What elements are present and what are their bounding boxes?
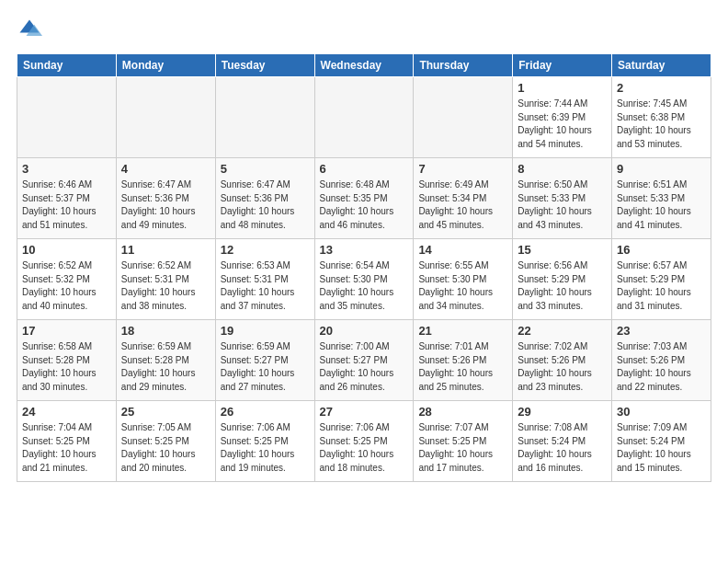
calendar-cell: 9Sunrise: 6:51 AMSunset: 5:33 PMDaylight… <box>612 158 711 239</box>
day-number: 13 <box>320 243 409 257</box>
calendar-cell: 14Sunrise: 6:55 AMSunset: 5:30 PMDayligh… <box>414 239 513 320</box>
weekday-header: Saturday <box>612 54 711 77</box>
calendar-cell: 15Sunrise: 6:56 AMSunset: 5:29 PMDayligh… <box>513 239 612 320</box>
day-info: Sunrise: 6:59 AMSunset: 5:27 PMDaylight:… <box>221 340 310 394</box>
day-number: 2 <box>617 81 706 95</box>
calendar-cell <box>116 77 215 158</box>
day-number: 29 <box>518 405 607 419</box>
day-number: 4 <box>121 162 210 176</box>
calendar-cell: 22Sunrise: 7:02 AMSunset: 5:26 PMDayligh… <box>513 320 612 401</box>
day-number: 10 <box>22 243 111 257</box>
day-number: 17 <box>22 324 111 338</box>
calendar-cell <box>215 77 314 158</box>
calendar-cell: 13Sunrise: 6:54 AMSunset: 5:30 PMDayligh… <box>314 239 414 320</box>
calendar-cell <box>414 77 513 158</box>
day-number: 16 <box>617 243 706 257</box>
weekday-header: Friday <box>513 54 612 77</box>
calendar-cell: 19Sunrise: 6:59 AMSunset: 5:27 PMDayligh… <box>215 320 314 401</box>
day-info: Sunrise: 6:47 AMSunset: 5:36 PMDaylight:… <box>221 178 310 232</box>
day-info: Sunrise: 6:56 AMSunset: 5:29 PMDaylight:… <box>518 259 607 313</box>
day-number: 11 <box>121 243 210 257</box>
day-number: 8 <box>518 162 607 176</box>
calendar-week-row: 10Sunrise: 6:52 AMSunset: 5:32 PMDayligh… <box>17 239 711 320</box>
page: SundayMondayTuesdayWednesdayThursdayFrid… <box>0 0 728 491</box>
day-info: Sunrise: 6:47 AMSunset: 5:36 PMDaylight:… <box>121 178 210 232</box>
day-number: 6 <box>320 162 409 176</box>
day-info: Sunrise: 7:03 AMSunset: 5:26 PMDaylight:… <box>617 340 706 394</box>
logo <box>17 17 46 42</box>
calendar-cell: 1Sunrise: 7:44 AMSunset: 6:39 PMDaylight… <box>513 77 612 158</box>
calendar-cell: 17Sunrise: 6:58 AMSunset: 5:28 PMDayligh… <box>17 320 117 401</box>
day-number: 15 <box>518 243 607 257</box>
calendar-cell: 30Sunrise: 7:09 AMSunset: 5:24 PMDayligh… <box>612 401 711 482</box>
calendar-cell: 20Sunrise: 7:00 AMSunset: 5:27 PMDayligh… <box>314 320 414 401</box>
day-info: Sunrise: 6:49 AMSunset: 5:34 PMDaylight:… <box>418 178 507 232</box>
day-number: 24 <box>22 405 111 419</box>
weekday-header: Monday <box>116 54 215 77</box>
calendar-week-row: 24Sunrise: 7:04 AMSunset: 5:25 PMDayligh… <box>17 401 711 482</box>
calendar-week-row: 3Sunrise: 6:46 AMSunset: 5:37 PMDaylight… <box>17 158 711 239</box>
calendar-cell: 5Sunrise: 6:47 AMSunset: 5:36 PMDaylight… <box>215 158 314 239</box>
day-number: 5 <box>221 162 310 176</box>
weekday-header-row: SundayMondayTuesdayWednesdayThursdayFrid… <box>17 54 711 77</box>
weekday-header: Thursday <box>414 54 513 77</box>
calendar-cell: 6Sunrise: 6:48 AMSunset: 5:35 PMDaylight… <box>314 158 414 239</box>
day-number: 27 <box>320 405 409 419</box>
day-info: Sunrise: 6:54 AMSunset: 5:30 PMDaylight:… <box>320 259 409 313</box>
day-info: Sunrise: 7:00 AMSunset: 5:27 PMDaylight:… <box>320 340 409 394</box>
day-info: Sunrise: 7:09 AMSunset: 5:24 PMDaylight:… <box>617 421 706 475</box>
calendar-cell: 16Sunrise: 6:57 AMSunset: 5:29 PMDayligh… <box>612 239 711 320</box>
day-info: Sunrise: 7:45 AMSunset: 6:38 PMDaylight:… <box>617 98 706 151</box>
day-info: Sunrise: 7:08 AMSunset: 5:24 PMDaylight:… <box>518 421 607 475</box>
calendar-cell: 25Sunrise: 7:05 AMSunset: 5:25 PMDayligh… <box>116 401 215 482</box>
calendar-cell: 26Sunrise: 7:06 AMSunset: 5:25 PMDayligh… <box>215 401 314 482</box>
logo-icon <box>17 17 42 42</box>
calendar-cell: 3Sunrise: 6:46 AMSunset: 5:37 PMDaylight… <box>17 158 117 239</box>
calendar-cell: 7Sunrise: 6:49 AMSunset: 5:34 PMDaylight… <box>414 158 513 239</box>
day-info: Sunrise: 6:51 AMSunset: 5:33 PMDaylight:… <box>617 178 706 232</box>
day-info: Sunrise: 6:57 AMSunset: 5:29 PMDaylight:… <box>617 259 706 313</box>
day-number: 30 <box>617 405 706 419</box>
day-info: Sunrise: 6:52 AMSunset: 5:31 PMDaylight:… <box>121 259 210 313</box>
calendar-cell: 24Sunrise: 7:04 AMSunset: 5:25 PMDayligh… <box>17 401 117 482</box>
day-info: Sunrise: 6:53 AMSunset: 5:31 PMDaylight:… <box>221 259 310 313</box>
calendar-cell: 4Sunrise: 6:47 AMSunset: 5:36 PMDaylight… <box>116 158 215 239</box>
calendar: SundayMondayTuesdayWednesdayThursdayFrid… <box>17 53 711 482</box>
day-info: Sunrise: 7:05 AMSunset: 5:25 PMDaylight:… <box>121 421 210 475</box>
calendar-cell: 18Sunrise: 6:59 AMSunset: 5:28 PMDayligh… <box>116 320 215 401</box>
day-info: Sunrise: 6:55 AMSunset: 5:30 PMDaylight:… <box>418 259 507 313</box>
day-number: 21 <box>418 324 507 338</box>
calendar-cell: 12Sunrise: 6:53 AMSunset: 5:31 PMDayligh… <box>215 239 314 320</box>
day-number: 7 <box>418 162 507 176</box>
weekday-header: Sunday <box>17 54 117 77</box>
calendar-cell <box>17 77 117 158</box>
day-info: Sunrise: 7:02 AMSunset: 5:26 PMDaylight:… <box>518 340 607 394</box>
day-number: 23 <box>617 324 706 338</box>
day-number: 28 <box>418 405 507 419</box>
weekday-header: Tuesday <box>215 54 314 77</box>
weekday-header: Wednesday <box>314 54 414 77</box>
calendar-cell: 10Sunrise: 6:52 AMSunset: 5:32 PMDayligh… <box>17 239 117 320</box>
day-number: 25 <box>121 405 210 419</box>
day-number: 18 <box>121 324 210 338</box>
day-info: Sunrise: 6:46 AMSunset: 5:37 PMDaylight:… <box>22 178 111 232</box>
calendar-cell: 21Sunrise: 7:01 AMSunset: 5:26 PMDayligh… <box>414 320 513 401</box>
calendar-cell: 28Sunrise: 7:07 AMSunset: 5:25 PMDayligh… <box>414 401 513 482</box>
day-info: Sunrise: 7:04 AMSunset: 5:25 PMDaylight:… <box>22 421 111 475</box>
day-info: Sunrise: 6:50 AMSunset: 5:33 PMDaylight:… <box>518 178 607 232</box>
calendar-cell <box>314 77 414 158</box>
day-number: 12 <box>221 243 310 257</box>
calendar-cell: 11Sunrise: 6:52 AMSunset: 5:31 PMDayligh… <box>116 239 215 320</box>
day-info: Sunrise: 7:44 AMSunset: 6:39 PMDaylight:… <box>518 98 607 151</box>
day-info: Sunrise: 6:59 AMSunset: 5:28 PMDaylight:… <box>121 340 210 394</box>
day-info: Sunrise: 7:01 AMSunset: 5:26 PMDaylight:… <box>418 340 507 394</box>
day-number: 1 <box>518 81 607 95</box>
day-info: Sunrise: 7:06 AMSunset: 5:25 PMDaylight:… <box>320 421 409 475</box>
calendar-cell: 29Sunrise: 7:08 AMSunset: 5:24 PMDayligh… <box>513 401 612 482</box>
calendar-cell: 23Sunrise: 7:03 AMSunset: 5:26 PMDayligh… <box>612 320 711 401</box>
calendar-week-row: 1Sunrise: 7:44 AMSunset: 6:39 PMDaylight… <box>17 77 711 158</box>
day-info: Sunrise: 6:52 AMSunset: 5:32 PMDaylight:… <box>22 259 111 313</box>
calendar-week-row: 17Sunrise: 6:58 AMSunset: 5:28 PMDayligh… <box>17 320 711 401</box>
day-number: 9 <box>617 162 706 176</box>
day-number: 19 <box>221 324 310 338</box>
